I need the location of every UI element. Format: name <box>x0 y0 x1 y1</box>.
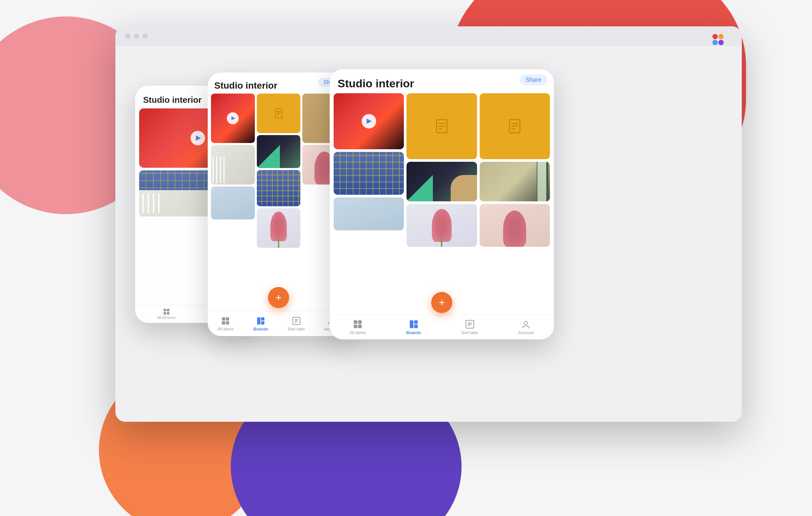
mid-nav-sortlater-label: Sort later <box>288 327 305 332</box>
svg-rect-18 <box>226 321 229 325</box>
svg-rect-7 <box>167 312 170 315</box>
mid-photo-grid <box>208 94 349 248</box>
front-nav-allitems[interactable]: All items <box>330 320 386 335</box>
front-nav-allitems-label: All items <box>349 330 366 335</box>
front-nav-account[interactable]: Account <box>498 320 554 335</box>
mid-nav-boards[interactable]: Boards <box>243 317 279 332</box>
browser-toolbar <box>115 26 742 46</box>
svg-rect-16 <box>226 317 229 321</box>
svg-rect-38 <box>358 325 362 328</box>
svg-rect-20 <box>261 317 264 321</box>
svg-rect-37 <box>354 325 357 328</box>
back-play-button[interactable] <box>191 131 205 145</box>
svg-rect-41 <box>414 325 418 328</box>
svg-point-3 <box>718 40 724 45</box>
mid-bottom-nav: All items Boards Sort later <box>208 311 349 336</box>
phone-front: Share Studio interior <box>330 69 554 339</box>
svg-rect-21 <box>261 321 264 325</box>
front-nav-boards[interactable]: Boards <box>386 320 442 335</box>
front-bottom-nav: All items Boards Sort later <box>330 315 554 339</box>
browser-window: Studio interior <box>115 26 742 422</box>
svg-rect-39 <box>410 320 413 328</box>
phone-mid: Share Studio interior <box>208 72 349 336</box>
mid-play-button[interactable] <box>227 112 239 124</box>
mid-nav-allitems[interactable]: All items <box>208 317 243 332</box>
svg-point-2 <box>713 40 718 45</box>
svg-point-46 <box>524 321 527 325</box>
front-nav-sortlater[interactable]: Sort later <box>442 320 498 335</box>
svg-point-0 <box>713 34 718 39</box>
svg-rect-19 <box>257 317 260 325</box>
browser-dot-2 <box>134 34 139 39</box>
front-share-button[interactable]: Share <box>520 74 547 85</box>
mid-nav-allitems-label: All items <box>217 327 233 332</box>
svg-rect-40 <box>414 320 418 324</box>
back-nav-allitems[interactable]: 98 All items <box>135 308 198 320</box>
front-nav-account-label: Account <box>518 330 534 335</box>
svg-rect-36 <box>358 320 362 324</box>
front-nav-sortlater-label: Sort later <box>461 330 479 335</box>
browser-dot-1 <box>125 34 130 39</box>
svg-rect-4 <box>164 309 166 311</box>
svg-rect-5 <box>167 309 170 311</box>
front-fab-button[interactable]: + <box>431 292 452 313</box>
svg-rect-15 <box>222 317 225 321</box>
mid-nav-boards-label: Boards <box>254 327 268 332</box>
mid-nav-sortlater[interactable]: Sort later <box>279 317 314 332</box>
svg-point-1 <box>718 34 724 39</box>
front-nav-boards-label: Boards <box>406 330 421 335</box>
svg-rect-6 <box>164 312 166 315</box>
svg-rect-35 <box>354 320 357 324</box>
app-logo <box>711 32 725 47</box>
mid-fab-button[interactable]: + <box>268 287 289 308</box>
front-play-button[interactable] <box>362 114 376 128</box>
browser-dot-3 <box>142 34 148 39</box>
front-photo-grid <box>330 93 554 247</box>
svg-rect-17 <box>222 321 225 325</box>
